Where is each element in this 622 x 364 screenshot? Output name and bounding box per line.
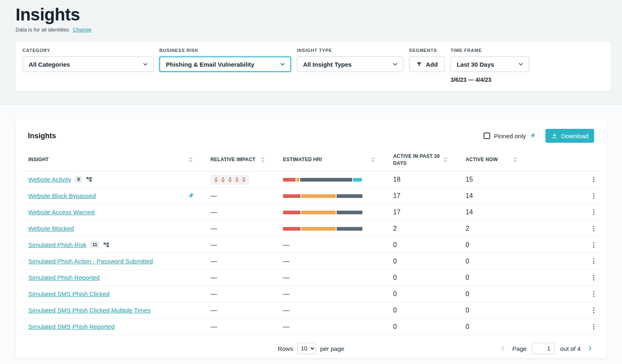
- category-select[interactable]: All Categories: [23, 56, 154, 72]
- category-filter: CATEGORY All Categories: [23, 48, 154, 72]
- hri-bar-segment: [283, 227, 301, 231]
- page-header: Insights Data is for all identities Chan…: [0, 0, 622, 105]
- hri-empty: —: [283, 307, 290, 314]
- insight-cell: Website Activity8: [23, 176, 205, 183]
- sort-icon[interactable]: [261, 157, 265, 163]
- hri-bar-segment: [296, 178, 299, 182]
- estimated-hri-cell: —: [277, 307, 387, 314]
- flame-icon: [228, 177, 232, 182]
- sort-icon[interactable]: [513, 157, 517, 163]
- insight-link[interactable]: Simulated SMS Phish Clicked Multiple Tim…: [28, 307, 150, 314]
- insight-cell: Website Access Warned: [23, 209, 205, 216]
- business-risk-label: BUSINESS RISK: [159, 48, 291, 53]
- sort-icon[interactable]: [188, 157, 192, 163]
- relative-impact-cell: —: [205, 307, 277, 314]
- estimated-hri-cell: [277, 209, 387, 216]
- rows-per-page-select[interactable]: 10: [297, 343, 316, 354]
- row-menu-cell: [583, 290, 599, 298]
- hierarchy-icon: [86, 176, 92, 182]
- insight-link[interactable]: Website Access Warned: [28, 209, 95, 216]
- filter-bar: CATEGORY All Categories BUSINESS RISK Ph…: [16, 42, 611, 91]
- change-link[interactable]: Change: [73, 27, 92, 33]
- insight-link[interactable]: Website Block Bypassed: [28, 192, 96, 199]
- impact-empty: —: [210, 274, 217, 281]
- hierarchy-icon-svg: [103, 242, 109, 248]
- flame-icon: [235, 177, 239, 182]
- table-row: Website Access Warned—1714: [23, 204, 599, 220]
- kebab-menu-icon-svg: [590, 306, 598, 315]
- impact-empty: —: [210, 290, 217, 297]
- column-active-now: ACTIVE NOW: [460, 156, 529, 163]
- business-risk-filter: BUSINESS RISK Phishing & Email Vulnerabi…: [159, 48, 291, 72]
- sort-icon[interactable]: [371, 157, 375, 163]
- insight-type-select[interactable]: All Insight Types: [297, 56, 403, 72]
- kebab-menu-icon[interactable]: [590, 225, 598, 233]
- active-past-30-cell: 0: [387, 258, 460, 265]
- sort-icon[interactable]: [443, 157, 448, 163]
- active-now-cell: 2: [460, 225, 529, 232]
- active-past-30-cell: 17: [387, 209, 460, 216]
- table-row: Simulated Phish Risk11——00: [23, 237, 599, 253]
- table-row: Simulated SMS Phish Clicked Multiple Tim…: [23, 302, 599, 319]
- kebab-menu-icon[interactable]: [590, 290, 598, 298]
- download-button[interactable]: Download: [545, 129, 594, 143]
- impact-empty: —: [210, 241, 217, 248]
- time-frame-select[interactable]: Last 30 Days: [450, 56, 529, 72]
- kebab-menu-icon[interactable]: [590, 274, 598, 282]
- active-past-30-cell: 2: [387, 225, 460, 232]
- out-of-label: out of 4: [560, 345, 581, 352]
- relative-impact-cell: —: [205, 241, 277, 249]
- hri-empty: —: [283, 258, 290, 265]
- business-risk-value: Phishing & Email Vulnerability: [166, 61, 254, 68]
- impact-empty: —: [210, 192, 217, 199]
- kebab-menu-icon[interactable]: [590, 175, 598, 184]
- page-title: Insights: [16, 5, 611, 25]
- table-row: Simulated Phish Action - Password Submit…: [23, 253, 599, 270]
- pinned-only-checkbox[interactable]: [484, 133, 490, 139]
- insight-link[interactable]: Simulated SMS Phish Reported: [28, 323, 115, 330]
- kebab-menu-icon[interactable]: [590, 241, 598, 249]
- next-page-icon[interactable]: [586, 344, 594, 353]
- insight-link[interactable]: Website Activity: [28, 176, 71, 183]
- kebab-menu-icon-svg: [590, 241, 598, 249]
- kebab-menu-icon-svg: [590, 290, 598, 298]
- kebab-menu-icon[interactable]: [590, 306, 598, 315]
- kebab-menu-icon[interactable]: [590, 192, 598, 200]
- chevron-down-icon: [517, 61, 525, 68]
- hri-bar-segment: [283, 211, 301, 214]
- page-input[interactable]: [532, 343, 555, 354]
- active-now-cell: 0: [460, 274, 529, 281]
- table-row: Simulated SMS Phish Clicked——00: [23, 286, 599, 302]
- chevron-down-icon: [391, 61, 399, 68]
- row-menu-cell: [583, 323, 599, 331]
- row-menu-cell: [583, 225, 599, 233]
- column-relative-impact-label: RELATIVE IMPACT: [210, 156, 256, 163]
- insight-link[interactable]: Simulated Phish Reported: [28, 274, 100, 281]
- insight-cell: Website Blocked: [23, 225, 205, 232]
- kebab-menu-icon[interactable]: [590, 257, 598, 265]
- active-past-30-cell: 17: [387, 192, 460, 200]
- insight-link[interactable]: Simulated Phish Action - Password Submit…: [28, 258, 153, 265]
- column-estimated-hri-label: ESTIMATED HRI: [283, 156, 322, 163]
- insight-link[interactable]: Simulated Phish Risk: [28, 241, 86, 248]
- active-now-cell: 0: [460, 307, 529, 314]
- relative-impact-cell: —: [205, 192, 277, 200]
- row-menu-cell: [583, 208, 599, 216]
- estimated-hri-cell: —: [277, 274, 387, 281]
- column-estimated-hri: ESTIMATED HRI: [277, 156, 387, 163]
- insight-cell: Simulated Phish Risk11: [23, 241, 205, 248]
- insight-link[interactable]: Website Blocked: [28, 225, 74, 232]
- impact-flames: [210, 175, 249, 184]
- insight-link[interactable]: Simulated SMS Phish Clicked: [28, 290, 109, 297]
- hri-bar: [283, 178, 362, 182]
- kebab-menu-icon[interactable]: [590, 208, 598, 216]
- kebab-menu-icon[interactable]: [590, 323, 598, 331]
- active-past-30-cell: 0: [387, 290, 460, 298]
- pin-icon: [528, 132, 537, 140]
- kebab-menu-icon-svg: [590, 323, 598, 331]
- pinned-only-toggle[interactable]: Pinned only: [484, 133, 536, 139]
- prev-page-icon[interactable]: [499, 344, 507, 353]
- download-label: Download: [561, 133, 588, 139]
- segments-add-button[interactable]: Add: [409, 56, 445, 72]
- business-risk-select[interactable]: Phishing & Email Vulnerability: [159, 56, 291, 72]
